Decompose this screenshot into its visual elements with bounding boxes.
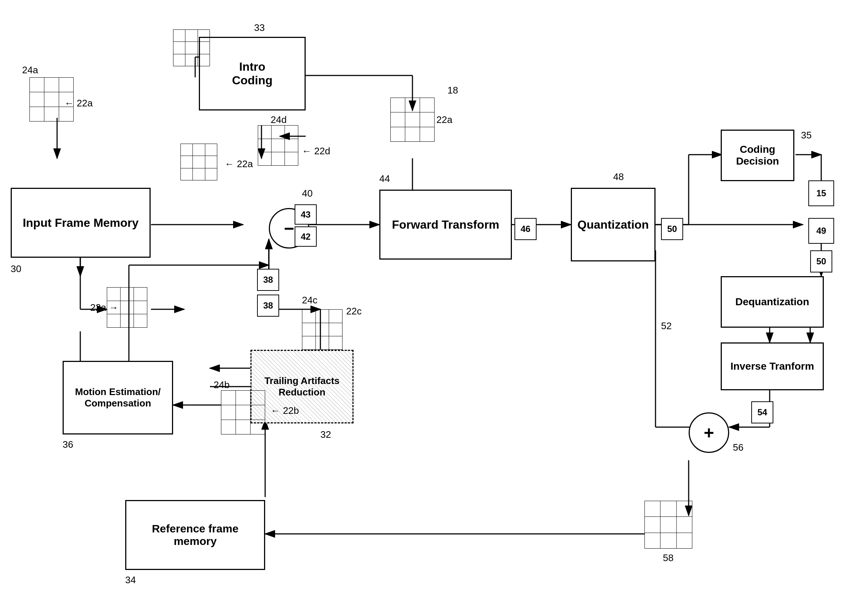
grid-18-22a [391, 98, 434, 142]
grid-58-svg [645, 501, 692, 549]
box-38a: 38 [257, 269, 279, 291]
forward-transform-label: Forward Transform [392, 218, 499, 232]
label-32: 32 [320, 429, 331, 440]
box-42: 42 [294, 226, 317, 247]
label-22a4: 22a → [90, 302, 119, 313]
label-43-inner: 43 [301, 209, 311, 220]
label-50a-inner: 50 [667, 224, 677, 234]
intro-coding-label: IntroCoding [232, 60, 273, 87]
forward-transform-box: Forward Transform [379, 190, 512, 260]
label-54-inner: 54 [758, 407, 767, 418]
inverse-transform-label: Inverse Tranform [730, 361, 814, 372]
label-24d: 24d [271, 114, 287, 126]
label-35: 35 [801, 130, 812, 141]
svg-rect-89 [645, 501, 692, 549]
svg-rect-69 [180, 144, 217, 180]
label-15-inner: 15 [817, 188, 826, 198]
grid-top-intro-svg [173, 29, 210, 66]
svg-rect-64 [258, 125, 298, 166]
label-56: 56 [733, 442, 744, 453]
svg-rect-79 [302, 309, 343, 350]
adder-circle: + [689, 412, 729, 453]
motion-estimation-box: Motion Estimation/Compensation [63, 361, 173, 434]
svg-rect-54 [173, 29, 210, 66]
label-22a3: ← 22a [225, 158, 253, 170]
svg-rect-59 [391, 98, 434, 142]
box-38b: 38 [257, 294, 279, 317]
label-48: 48 [613, 171, 624, 183]
label-40: 40 [302, 188, 313, 199]
minus-symbol: − [284, 218, 294, 239]
svg-rect-84 [221, 390, 265, 434]
quantization-label: Quantization [577, 218, 649, 232]
label-38b-inner: 38 [263, 301, 273, 311]
dequantization-box: Dequantization [721, 276, 824, 328]
plus-symbol: + [704, 423, 714, 443]
label-58: 58 [663, 552, 674, 564]
grid-24b-svg [221, 390, 265, 434]
grid-58 [645, 501, 692, 549]
label-22b: ← 22b [271, 405, 299, 417]
label-22d: ← 22d [302, 146, 330, 157]
grid-18-22a-svg [391, 98, 434, 142]
grid-22a-sub-svg [180, 144, 217, 180]
trailing-artifacts-label: Trailing ArtifactsReduction [264, 375, 339, 398]
label-50b-inner: 50 [817, 256, 826, 267]
box-46: 46 [515, 218, 536, 240]
reference-frame-box: Reference framememory [125, 500, 265, 570]
box-43: 43 [294, 205, 317, 225]
intro-coding-box: IntroCoding [199, 37, 306, 110]
box-50a: 50 [661, 218, 683, 240]
label-22a2: 22a [436, 114, 452, 126]
diagram: Input Frame Memory 30 IntroCoding 33 For… [0, 0, 868, 609]
input-frame-memory-label: Input Frame Memory [23, 216, 139, 230]
label-49-inner: 49 [817, 226, 826, 236]
quantization-box: Quantization [571, 188, 656, 262]
coding-decision-box: CodingDecision [721, 130, 794, 181]
grid-top-intro [173, 29, 210, 66]
label-36: 36 [63, 439, 73, 450]
label-22a1: ← 22a [64, 98, 93, 109]
label-52: 52 [661, 320, 672, 332]
label-22c: 22c [346, 305, 362, 317]
label-44: 44 [379, 173, 390, 184]
reference-frame-label: Reference framememory [152, 522, 238, 547]
grid-24b [221, 390, 265, 434]
label-24a: 24a [22, 64, 38, 76]
motion-estimation-label: Motion Estimation/Compensation [75, 386, 161, 409]
grid-24d [258, 125, 298, 166]
grid-24d-svg [258, 125, 298, 166]
label-38a-inner: 38 [263, 275, 273, 285]
label-24c: 24c [302, 294, 318, 306]
coding-decision-label: CodingDecision [736, 144, 779, 167]
grid-22c-svg [302, 309, 343, 350]
input-frame-memory-box: Input Frame Memory [11, 188, 150, 258]
label-46-inner: 46 [521, 224, 531, 234]
inverse-transform-box: Inverse Tranform [721, 342, 824, 390]
dequantization-label: Dequantization [735, 296, 809, 308]
box-54: 54 [751, 401, 773, 423]
box-15: 15 [808, 180, 834, 206]
label-34: 34 [125, 574, 136, 586]
label-18: 18 [448, 85, 458, 96]
box-50b: 50 [810, 250, 832, 273]
label-33: 33 [254, 22, 265, 34]
label-42-inner: 42 [301, 232, 311, 242]
grid-22a-subtractor [180, 144, 217, 180]
label-24b: 24b [214, 379, 229, 391]
label-30: 30 [11, 263, 21, 275]
trailing-artifacts-box: Trailing ArtifactsReduction [250, 350, 353, 423]
box-49: 49 [808, 218, 834, 244]
grid-22c-24c [302, 309, 343, 350]
